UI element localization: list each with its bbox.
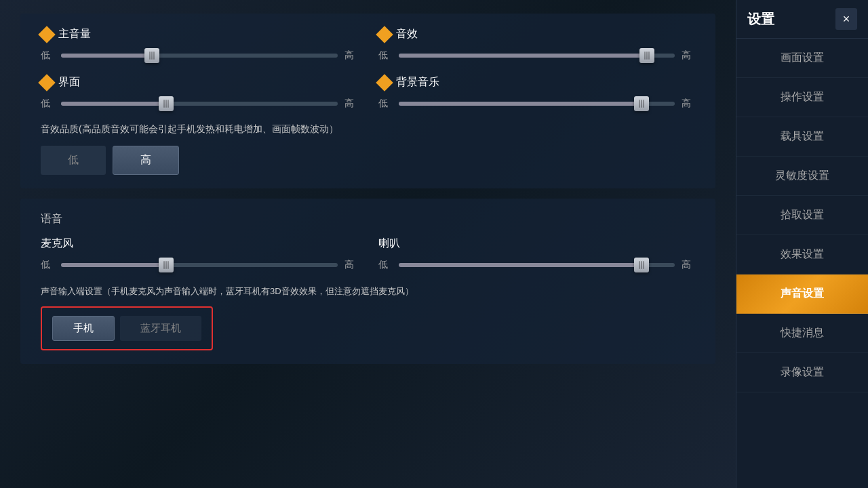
- speaker-label: 喇叭: [378, 237, 696, 251]
- content-panel: 主音量 低 高 音效: [0, 0, 736, 388]
- main-volume-low: 低: [41, 49, 54, 62]
- sidebar-item-录像设置[interactable]: 录像设置: [736, 353, 868, 392]
- bgm-high: 高: [682, 98, 695, 110]
- speaker-track-container: 低 高: [378, 259, 696, 271]
- speaker-low: 低: [378, 259, 392, 271]
- input-bluetooth-button[interactable]: 蓝牙耳机: [120, 316, 201, 341]
- mic-label: 麦克风: [41, 237, 358, 251]
- interface-group: 界面 低 高: [41, 75, 358, 110]
- bgm-group: 背景音乐 低 高: [378, 75, 696, 110]
- sound-effect-slider[interactable]: [399, 54, 675, 58]
- mic-low: 低: [41, 259, 54, 271]
- bgm-slider[interactable]: [399, 102, 675, 106]
- voice-section: 语音 麦克风 低 高: [20, 199, 715, 364]
- mic-high: 高: [344, 259, 358, 271]
- sidebar-item-声音设置[interactable]: 声音设置: [736, 274, 868, 314]
- bgm-low: 低: [378, 98, 392, 110]
- sidebar-item-拾取设置[interactable]: 拾取设置: [736, 196, 868, 235]
- mic-fill: [61, 263, 166, 267]
- input-source-description: 声音输入端设置（手机麦克风为声音输入端时，蓝牙耳机有3D音效效果，但注意勿遮挡麦…: [41, 285, 695, 298]
- diamond-icon-main: [38, 26, 55, 43]
- sound-effect-text: 音效: [396, 27, 418, 41]
- quality-high-button[interactable]: 高: [113, 146, 179, 175]
- sound-effect-label: 音效: [378, 27, 696, 41]
- input-source-container: 手机 蓝牙耳机: [41, 306, 213, 350]
- input-source-buttons: 手机 蓝牙耳机: [52, 316, 201, 341]
- audio-section-1: 主音量 低 高 音效: [20, 14, 715, 188]
- diamond-icon-effect: [376, 26, 393, 43]
- voice-section-title: 语音: [41, 212, 695, 226]
- sidebar-item-操作设置[interactable]: 操作设置: [736, 78, 868, 117]
- main-volume-group: 主音量 低 高: [41, 27, 358, 62]
- sound-effect-thumb[interactable]: [639, 48, 654, 63]
- speaker-slider[interactable]: [399, 263, 675, 267]
- input-source-section: 声音输入端设置（手机麦克风为声音输入端时，蓝牙耳机有3D音效效果，但注意勿遮挡麦…: [41, 285, 695, 350]
- speaker-fill: [399, 263, 642, 267]
- main-volume-text: 主音量: [58, 27, 91, 41]
- row-volume-effect: 主音量 低 高 音效: [41, 27, 695, 62]
- settings-sidebar: 设置 × 画面设置操作设置载具设置灵敏度设置拾取设置效果设置声音设置快捷消息录像…: [736, 0, 868, 488]
- close-button[interactable]: ×: [835, 8, 857, 30]
- main-volume-fill: [61, 54, 152, 58]
- speaker-group: 喇叭 低 高: [378, 237, 696, 271]
- interface-thumb[interactable]: [159, 96, 174, 111]
- quality-low-button[interactable]: 低: [41, 146, 106, 175]
- sound-effect-fill: [399, 54, 648, 58]
- sound-effect-group: 音效 低 高: [378, 27, 696, 62]
- mic-slider[interactable]: [61, 263, 338, 267]
- bgm-thumb[interactable]: [634, 96, 649, 111]
- interface-track-container: 低 高: [41, 98, 358, 110]
- interface-text: 界面: [58, 75, 80, 89]
- sidebar-item-画面设置[interactable]: 画面设置: [736, 39, 868, 78]
- main-volume-high: 高: [344, 49, 358, 62]
- row-interface-bgm: 界面 低 高 背景音乐: [41, 75, 695, 110]
- input-phone-button[interactable]: 手机: [52, 316, 115, 341]
- interface-label: 界面: [41, 75, 358, 89]
- diamond-icon-interface: [38, 74, 55, 91]
- nav-list: 画面设置操作设置载具设置灵敏度设置拾取设置效果设置声音设置快捷消息录像设置: [736, 39, 868, 392]
- sound-effect-low: 低: [378, 49, 392, 62]
- bgm-label: 背景音乐: [378, 75, 696, 89]
- sidebar-item-快捷消息[interactable]: 快捷消息: [736, 314, 868, 353]
- sidebar-title: 设置: [747, 10, 774, 28]
- row-mic-speaker: 麦克风 低 高 喇叭: [41, 237, 695, 271]
- mic-thumb[interactable]: [159, 258, 174, 272]
- sidebar-item-载具设置[interactable]: 载具设置: [736, 117, 868, 157]
- bgm-track-container: 低 高: [378, 98, 696, 110]
- interface-slider[interactable]: [61, 102, 338, 106]
- interface-high: 高: [344, 98, 358, 110]
- sidebar-item-灵敏度设置[interactable]: 灵敏度设置: [736, 157, 868, 196]
- mic-group: 麦克风 低 高: [41, 237, 358, 271]
- main-volume-slider[interactable]: [61, 54, 338, 58]
- bgm-fill: [399, 102, 642, 106]
- bgm-text: 背景音乐: [396, 75, 439, 89]
- sidebar-header: 设置 ×: [736, 0, 868, 39]
- diamond-icon-bgm: [376, 74, 393, 91]
- sidebar-item-效果设置[interactable]: 效果设置: [736, 235, 868, 274]
- quality-buttons-container: 低 高: [41, 146, 695, 175]
- mic-track-container: 低 高: [41, 259, 358, 271]
- quality-section: 音效品质(高品质音效可能会引起手机发热和耗电增加、画面帧数波动） 低 高: [41, 123, 695, 175]
- mic-text: 麦克风: [41, 237, 73, 251]
- main-volume-thumb[interactable]: [144, 48, 159, 63]
- speaker-high: 高: [682, 259, 695, 271]
- main-volume-label: 主音量: [41, 27, 358, 41]
- sound-effect-high: 高: [682, 49, 695, 62]
- speaker-thumb[interactable]: [634, 258, 649, 272]
- main-volume-track-container: 低 高: [41, 49, 358, 62]
- interface-fill: [61, 102, 166, 106]
- quality-description: 音效品质(高品质音效可能会引起手机发热和耗电增加、画面帧数波动）: [41, 123, 695, 136]
- interface-low: 低: [41, 98, 54, 110]
- sound-effect-track-container: 低 高: [378, 49, 696, 62]
- speaker-text: 喇叭: [378, 237, 400, 251]
- main-content: 主音量 低 高 音效: [0, 0, 736, 488]
